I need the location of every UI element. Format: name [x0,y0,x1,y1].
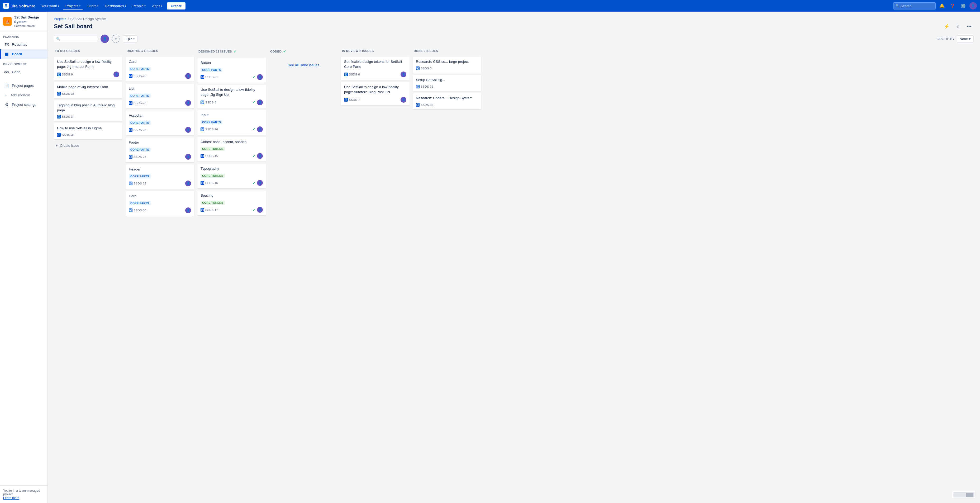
card-id: SSDS-6 [344,73,360,76]
board-card[interactable]: Typography CORE TOKENS SSDS-16 ✔ 👤 [197,164,266,188]
card-check-icon: ✔ [253,127,255,131]
card-check-icon: ✔ [253,100,255,104]
board-card[interactable]: Use SetSail to design a low-fidelity pag… [54,57,123,80]
board-card[interactable]: Spacing CORE TOKENS SSDS-17 ✔ 👤 [197,191,266,215]
more-button[interactable]: ••• [964,23,974,30]
card-title: How to use SetSail in Figma [57,126,119,131]
sidebar-item-project-settings[interactable]: ⚙ Project settings [0,100,47,110]
card-tag: CORE PARTS [129,121,151,125]
settings-button[interactable]: ⚙️ [959,2,967,10]
search-input[interactable] [894,2,935,10]
notifications-button[interactable]: 🔔 [938,2,946,10]
board-card[interactable]: Setup SetSail fig... SSDS-31 [413,75,481,91]
task-icon [200,208,204,212]
group-by-chevron-icon: ▾ [969,37,971,41]
board-card[interactable]: Header CORE PARTS SSDS-29 👤 [126,164,194,189]
sidebar-item-code[interactable]: </> Code [0,67,47,77]
task-id-text: SSDS-15 [205,154,218,158]
your-work-button[interactable]: Your work▾ [38,2,62,10]
create-issue-button[interactable]: ＋ Create issue [54,142,123,150]
sidebar-code-label: Code [12,70,20,74]
card-meta: SSDS-35 [57,133,119,137]
task-icon [200,181,204,185]
board-card[interactable]: Accodian CORE PARTS SSDS-25 👤 [126,111,194,135]
task-id-text: SSDS-33 [62,92,75,95]
card-meta: SSDS-34 [57,115,119,118]
board-card[interactable]: Hero CORE PARTS SSDS-30 👤 [126,191,194,216]
card-right: ✔ 👤 [253,99,263,105]
task-id-text: SSDS-25 [134,128,146,131]
create-button[interactable]: Create [167,2,186,10]
search-icon: 🔍 [896,4,899,8]
dashboards-button[interactable]: Dashboards▾ [102,2,129,10]
sidebar-add-shortcut[interactable]: ＋ Add shortcut [0,91,47,100]
card-title: Card [129,59,191,64]
task-icon [129,209,132,212]
board-card[interactable]: Input CORE PARTS SSDS-26 ✔ 👤 [197,110,266,135]
board-card[interactable]: How to use SetSail in Figma SSDS-35 [54,123,123,139]
board-search-input[interactable] [61,37,95,41]
card-id: SSDS-23 [129,101,146,105]
card-tag: CORE PARTS [200,68,223,72]
avatar-filter-1[interactable]: 👤 [100,35,109,43]
column-title-inreview: IN REVIEW 2 ISSUES [342,49,374,53]
card-meta: SSDS-5 [416,67,478,70]
filters-button[interactable]: Filters▾ [84,2,101,10]
see-done-issues[interactable]: See all Done issues [269,58,338,72]
task-id-text: SSDS-29 [134,182,146,185]
epic-filter-button[interactable]: Epic ▾ [123,35,137,43]
card-tag: CORE PARTS [200,120,223,124]
sidebar-item-project-pages[interactable]: 📄 Project pages [0,81,47,91]
learn-more-link[interactable]: Learn more [3,496,19,500]
card-right: 👤 [185,127,191,133]
board-card[interactable]: Research: CSS co... large project SSDS-5 [413,57,481,73]
card-title: Mobile page of Jig Interest Form [57,85,119,90]
task-icon [57,133,61,137]
card-meta: SSDS-9 👤 [57,72,119,77]
minimap[interactable] [952,491,976,499]
board-toolbar: 🔍 👤 + Epic ▾ GROUP BY None ▾ [54,35,974,43]
card-avatar: 👤 [185,73,191,79]
board-card[interactable]: Mobile page of Jig Interest Form SSDS-33 [54,82,123,98]
card-title: Research: CSS co... large project [416,59,478,64]
card-meta: SSDS-32 [416,103,478,107]
planning-section-label: PLANNING [0,32,47,40]
app-logo-text: Jira Software [11,4,35,8]
projects-button[interactable]: Projects▾ [63,2,83,10]
card-id: SSDS-33 [57,92,75,96]
sidebar-item-roadmap[interactable]: 🗺 Roadmap [0,40,47,49]
star-button[interactable]: ☆ [954,22,963,30]
board-card[interactable]: Tagging in blog post in Autotelic blog p… [54,100,123,121]
board-card[interactable]: Use SetSail to design a low-fidelity pag… [341,82,409,105]
app-logo[interactable]: Jira Software [3,3,35,9]
done-icon: ✔ [283,49,286,54]
breadcrumb-projects[interactable]: Projects [54,17,66,21]
board-card[interactable]: Button CORE PARTS SSDS-21 ✔ 👤 [197,58,266,83]
card-avatar: 👤 [113,72,119,77]
create-issue-label: Create issue [60,143,79,148]
card-id: SSDS-7 [344,98,360,102]
avatar-add-button[interactable]: + [111,35,120,43]
card-check-icon: ✔ [253,181,255,185]
column-header-todo: TO DO 4 ISSUES [54,47,123,55]
lightning-button[interactable]: ⚡ [942,22,952,30]
user-avatar[interactable]: 👤 [969,2,977,10]
card-right: ✔ 👤 [253,153,263,159]
add-shortcut-icon: ＋ [3,92,8,98]
apps-button[interactable]: Apps▾ [150,2,165,10]
board-card[interactable]: List CORE PARTS SSDS-23 👤 [126,84,194,108]
board-card[interactable]: Use SetSail to design a low-fidelity pag… [197,85,266,108]
sidebar-item-board[interactable]: ▦ Board [0,49,47,59]
task-icon [57,73,61,76]
card-right: 👤 [185,100,191,106]
people-button[interactable]: People▾ [130,2,148,10]
help-button[interactable]: ❓ [948,2,957,10]
task-icon [200,100,204,104]
board-card[interactable]: Card CORE PARTS SSDS-22 👤 [126,57,194,81]
task-id-text: SSDS-7 [349,98,360,101]
board-card[interactable]: Research: Unders... Design System SSDS-3… [413,93,481,109]
group-by-select[interactable]: None ▾ [957,35,974,43]
board-card[interactable]: Colors: base, accent, shades CORE TOKENS… [197,137,266,162]
board-card[interactable]: Footer CORE PARTS SSDS-28 👤 [126,137,194,162]
board-card[interactable]: Set flexible design tokens for SetSail C… [341,57,409,80]
